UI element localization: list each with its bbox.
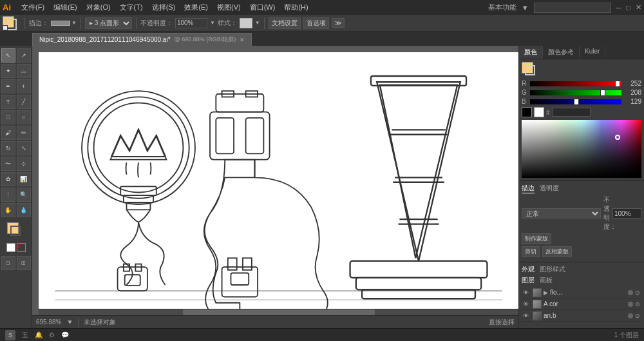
- zoom-tool-btn[interactable]: 🔍: [17, 188, 31, 202]
- zoom-arrows: ▼: [66, 318, 73, 326]
- layer-eye-3[interactable]: 👁: [523, 313, 531, 319]
- lasso-tool-btn[interactable]: ⌓: [17, 64, 31, 78]
- menu-file[interactable]: 文件(F): [17, 1, 48, 14]
- layer-eye-1[interactable]: 👁: [523, 289, 531, 296]
- minimize-btn[interactable]: ─: [616, 4, 621, 12]
- graphic-styles-tab-btn[interactable]: 图形样式: [540, 265, 565, 274]
- artboard-tab-btn[interactable]: 画板: [540, 276, 553, 285]
- opacity-panel-label: 不透明度：: [603, 195, 610, 231]
- add-anchor-btn[interactable]: +: [17, 79, 31, 93]
- close-btn[interactable]: ✕: [636, 3, 641, 12]
- b-value: 129: [623, 98, 641, 105]
- no-fill-btn[interactable]: [17, 243, 26, 252]
- canvas-area[interactable]: 695.88% ▼ 未选择对象 直接选择: [32, 46, 518, 328]
- direct-select-tool-btn[interactable]: ↗: [17, 48, 31, 63]
- stroke-swatch[interactable]: [10, 226, 21, 236]
- white-swatch[interactable]: [534, 107, 544, 117]
- search-input[interactable]: [534, 3, 611, 13]
- bottom-chat-icon[interactable]: 💬: [61, 331, 69, 338]
- point-size-select[interactable]: ▸ 3 点圆形: [85, 17, 132, 29]
- brush-tool-btn[interactable]: 🖌: [1, 126, 15, 140]
- bottom-notify-icon[interactable]: 🔔: [35, 331, 43, 338]
- bottom-gear-icon[interactable]: ⚙: [49, 331, 55, 338]
- tab-close-btn[interactable]: ✕: [240, 37, 245, 43]
- horizontal-scrollbar[interactable]: [39, 309, 518, 315]
- pen-tool-btn[interactable]: ✒: [1, 79, 15, 93]
- black-swatch[interactable]: [522, 107, 532, 117]
- style-arrow[interactable]: ▼: [255, 20, 260, 26]
- clip-btn[interactable]: 剪切: [522, 246, 540, 257]
- stroke-arrow[interactable]: ▼: [71, 20, 77, 26]
- hand-tool-btn[interactable]: ✋: [1, 203, 15, 217]
- bottom-icon-s[interactable]: S: [5, 330, 15, 340]
- tab-mode: @ 695.88% (RGB/轮廓): [175, 35, 236, 44]
- white-fill-btn[interactable]: [6, 243, 15, 252]
- magic-wand-tool-btn[interactable]: ✦: [1, 64, 15, 78]
- line-tool-btn[interactable]: ╱: [17, 95, 31, 109]
- layer-name-2: A cor: [544, 300, 626, 307]
- svg-rect-18: [243, 258, 252, 270]
- layer-eye-2[interactable]: 👁: [523, 301, 531, 307]
- column-chart-btn[interactable]: 📊: [17, 172, 31, 186]
- free-transform-btn[interactable]: ⊹: [17, 157, 31, 171]
- b-slider[interactable]: [530, 99, 621, 104]
- make-mask-btn[interactable]: 制作蒙版: [522, 233, 551, 244]
- menu-window[interactable]: 窗口(W): [246, 1, 279, 14]
- color-panel: R 252 G 208 B 129 #: [519, 59, 644, 180]
- menu-effect[interactable]: 效果(E): [180, 1, 212, 14]
- menu-edit[interactable]: 编辑(E): [50, 1, 81, 14]
- menu-text[interactable]: 文字(T): [116, 1, 147, 14]
- layer-options-2[interactable]: ⊙: [635, 301, 640, 307]
- kuler-tab[interactable]: Kuler: [580, 46, 605, 59]
- rotate-tool-btn[interactable]: ↻: [1, 141, 15, 155]
- menu-view[interactable]: 视图(V): [213, 1, 245, 14]
- layer-options-1[interactable]: ⊙: [635, 289, 640, 296]
- tab-filename: Nipic_20180988_20171120111046945000.ai*: [39, 36, 171, 43]
- menu-select[interactable]: 选择(S): [148, 1, 180, 14]
- invert-mask-btn[interactable]: 反相蒙版: [542, 246, 572, 257]
- draw-behind-btn[interactable]: ◫: [17, 256, 31, 270]
- color-ref-tab[interactable]: 颜色参考: [543, 46, 580, 59]
- layer-options-3[interactable]: ⊙: [635, 313, 640, 319]
- document-tab[interactable]: Nipic_20180988_20171120111046945000.ai* …: [32, 33, 252, 46]
- scale-tool-btn[interactable]: ⤡: [17, 141, 31, 155]
- eyedropper-btn[interactable]: 💧: [17, 203, 31, 217]
- scrollbar-thumb[interactable]: [183, 309, 375, 315]
- menu-help[interactable]: 帮助(H): [280, 1, 312, 14]
- pencil-tool-btn[interactable]: ✏: [17, 126, 31, 140]
- draw-normal-btn[interactable]: ▢: [1, 256, 15, 270]
- r-slider[interactable]: [530, 81, 621, 86]
- layer-item-2: 👁 A cor ⊙: [522, 298, 641, 310]
- opacity-panel-input[interactable]: [612, 208, 641, 219]
- app-bottom-bar: S 五 🔔 ⚙ 💬 1 个图层: [0, 328, 644, 341]
- menu-object[interactable]: 对象(O): [82, 1, 115, 14]
- hex-input[interactable]: FCD081: [552, 108, 591, 117]
- extra-btn[interactable]: ≫: [332, 18, 345, 28]
- b-label: B: [522, 98, 528, 105]
- blend-mode-select[interactable]: 正常: [522, 208, 601, 219]
- g-slider[interactable]: [530, 90, 621, 95]
- color-fill-stroke-swatches[interactable]: [522, 62, 540, 77]
- maximize-btn[interactable]: □: [626, 4, 630, 12]
- swap-colors-icon[interactable]: ⇄: [3, 25, 8, 30]
- doc-settings-btn[interactable]: 文档设置: [269, 17, 301, 29]
- opacity-input[interactable]: 100%: [175, 18, 207, 28]
- opacity-arrow[interactable]: ▼: [210, 20, 215, 26]
- ellipse-tool-btn[interactable]: ○: [17, 110, 31, 124]
- stroke-tab-btn[interactable]: 描边: [522, 184, 535, 193]
- color-tab[interactable]: 颜色: [519, 46, 543, 59]
- layer-expand-1[interactable]: ▶: [544, 289, 548, 296]
- color-spectrum[interactable]: [522, 120, 641, 178]
- select-tool-btn[interactable]: ↖: [1, 48, 15, 63]
- appearance-tab-btn[interactable]: 外观: [522, 265, 535, 274]
- rect-tool-btn[interactable]: □: [1, 110, 15, 124]
- slice-tool-btn[interactable]: ⋮: [1, 188, 15, 202]
- transparency-tab-btn[interactable]: 透明度: [540, 184, 559, 193]
- tool-pair-10: ⋮ 🔍: [1, 188, 31, 202]
- text-tool-btn[interactable]: T: [1, 95, 15, 109]
- symbol-tool-btn[interactable]: ✿: [1, 172, 15, 186]
- warp-tool-btn[interactable]: 〜: [1, 157, 15, 171]
- layers-tab-btn[interactable]: 图层: [522, 276, 535, 285]
- preferences-btn[interactable]: 首选项: [303, 17, 329, 29]
- fill-stroke-selector[interactable]: ⇄: [3, 16, 21, 30]
